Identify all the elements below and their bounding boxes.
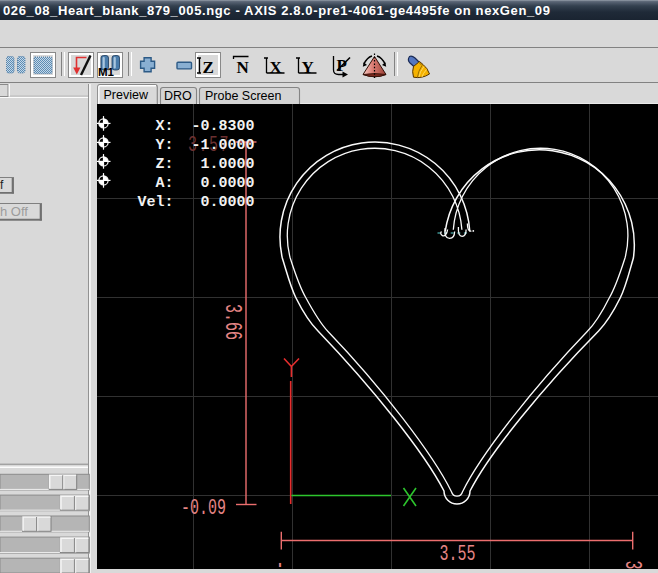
svg-text:X: -0.8300: X: -0.8300 — [138, 118, 255, 135]
svg-text:Preview: Preview — [104, 88, 149, 102]
svg-text:3.46: 3.46 — [618, 561, 644, 570]
svg-text:h Off: h Off — [0, 204, 28, 219]
svg-text:Vel: 0.0000: Vel: 0.0000 — [138, 194, 255, 211]
svg-text:Z: 1.0000: Z: 1.0000 — [138, 156, 255, 173]
svg-text:3.66: 3.66 — [218, 304, 244, 340]
svg-text:A: 0.0000: A: 0.0000 — [138, 175, 255, 192]
svg-text:Z: Z — [203, 58, 214, 77]
svg-text:N: N — [237, 58, 250, 77]
svg-text:Probe Screen: Probe Screen — [205, 89, 281, 103]
svg-text:DRO: DRO — [164, 89, 192, 103]
svg-text:3.55: 3.55 — [439, 541, 475, 567]
svg-text:Y: -1.0000: Y: -1.0000 — [138, 137, 255, 154]
svg-text:M1: M1 — [98, 66, 115, 78]
svg-text:-0.09: -0.09 — [181, 495, 226, 521]
svg-text:-0.09: -0.09 — [266, 561, 292, 570]
